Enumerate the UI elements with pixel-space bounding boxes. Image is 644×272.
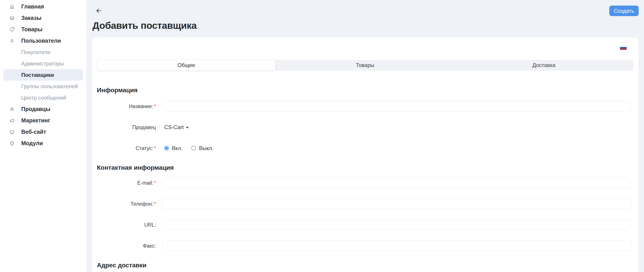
sidebar-item-orders[interactable]: Заказы [3, 12, 83, 24]
russian-flag-icon[interactable] [620, 46, 626, 50]
fax-input[interactable] [162, 241, 631, 251]
back-button[interactable] [94, 7, 103, 15]
home-icon [10, 4, 14, 9]
user-icon [10, 38, 14, 43]
sidebar-item-products[interactable]: Товары [3, 24, 83, 35]
status-radio-on[interactable]: Вкл. [164, 145, 182, 151]
phone-label: Телефон:* [97, 201, 156, 207]
sidebar-item-label: Администраторы [21, 61, 64, 67]
required-asterisk: * [154, 201, 156, 207]
sidebar-item-home[interactable]: Главная [3, 1, 83, 12]
name-label: Название:* [97, 103, 156, 109]
form-row-url: URL: [97, 220, 631, 230]
sidebar-item-customers[interactable]: Покупатели [3, 46, 83, 58]
sidebar: Главная Заказы Товары Пользователи Покуп… [0, 0, 86, 272]
sidebar-item-label: Продавцы [21, 106, 50, 112]
section-heading-shipping-address: Адрес доставки [97, 262, 631, 269]
radio-checked-icon [164, 146, 169, 150]
sidebar-item-marketing[interactable]: Маркетинг [3, 115, 83, 126]
main-area: Добавить поставщика Создать Общее Товары… [86, 0, 644, 272]
tab-products[interactable]: Товары [276, 60, 454, 71]
form-row-email: E-mail:* [97, 177, 631, 188]
radio-unchecked-icon [191, 146, 196, 150]
required-asterisk: * [154, 103, 156, 109]
chevron-down-icon [186, 127, 189, 129]
page-title: Добавить поставщика [92, 20, 197, 31]
sidebar-item-label: Группы пользователей [21, 83, 78, 90]
url-label: URL: [97, 222, 156, 228]
sidebar-item-label: Модули [21, 140, 43, 146]
tag-icon [10, 27, 14, 32]
sidebar-item-label: Товары [21, 26, 42, 33]
inbox-icon [10, 16, 14, 20]
required-asterisk: * [154, 145, 156, 151]
status-radio-off[interactable]: Выкл. [191, 145, 214, 151]
sidebar-item-suppliers[interactable]: Поставщики [3, 69, 83, 81]
section-heading-contact-information: Контактная информация [97, 164, 631, 171]
sidebar-item-label: Веб-сайт [21, 129, 46, 135]
form-row-status: Статус:* Вкл. Выкл. [97, 143, 631, 153]
users-icon [10, 107, 14, 112]
puzzle-icon [10, 141, 14, 146]
status-label: Статус:* [97, 145, 156, 151]
sidebar-item-message-center[interactable]: Центр сообщений [3, 92, 83, 103]
form-row-vendor: Продавец CS-Cart [97, 122, 631, 133]
form-row-fax: Факс: [97, 241, 631, 251]
form-row-name: Название:* [97, 101, 631, 112]
sidebar-item-label: Пользователи [21, 37, 61, 44]
sidebar-item-label: Покупатели [21, 49, 50, 55]
megaphone-icon [10, 118, 14, 123]
sidebar-item-label: Поставщики [21, 72, 54, 78]
section-heading-information: Информация [97, 86, 631, 94]
arrow-left-icon [95, 11, 102, 15]
vendor-select-value: CS-Cart [164, 124, 184, 131]
sidebar-item-administrators[interactable]: Администраторы [3, 58, 83, 69]
sidebar-item-label: Центр сообщений [21, 95, 66, 101]
phone-input[interactable] [162, 199, 631, 209]
status-radio-group: Вкл. Выкл. [164, 145, 222, 151]
monitor-icon [10, 130, 14, 135]
required-asterisk: * [154, 180, 156, 186]
vendor-select[interactable]: CS-Cart [164, 124, 189, 131]
sidebar-item-label: Главная [21, 3, 44, 10]
sidebar-item-modules[interactable]: Модули [3, 137, 83, 149]
sidebar-item-users[interactable]: Пользователи [3, 35, 83, 46]
tabbar: Общее Товары Доставка [97, 60, 633, 71]
sidebar-item-label: Маркетинг [21, 117, 50, 124]
tab-shipping[interactable]: Доставка [454, 60, 633, 71]
supplier-form: Информация Название:* Продавец CS-Cart С… [97, 71, 631, 269]
email-label: E-mail:* [97, 180, 156, 186]
sidebar-item-website[interactable]: Веб-сайт [3, 126, 83, 137]
sidebar-item-vendors[interactable]: Продавцы [3, 103, 83, 115]
fax-label: Факс: [97, 243, 156, 249]
sidebar-item-label: Заказы [21, 15, 42, 21]
vendor-label: Продавец [97, 124, 156, 130]
name-input[interactable] [162, 101, 631, 112]
email-input[interactable] [162, 177, 631, 188]
sidebar-item-user-groups[interactable]: Группы пользователей [3, 81, 83, 92]
create-button[interactable]: Создать [609, 5, 639, 16]
tab-general[interactable]: Общее [97, 60, 276, 71]
supplier-form-card: Общее Товары Доставка Информация Названи… [92, 37, 638, 272]
form-row-phone: Телефон:* [97, 199, 631, 209]
url-input[interactable] [162, 220, 631, 230]
